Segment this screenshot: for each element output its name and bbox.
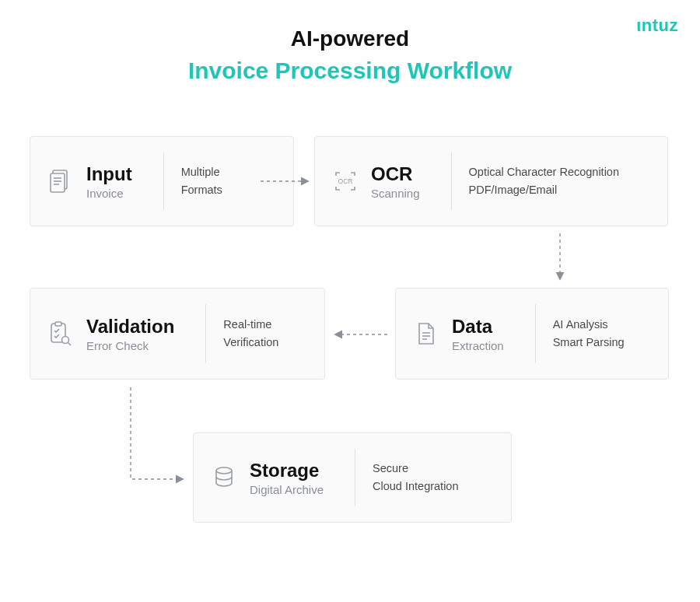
- detail-line: AI Analysis: [553, 317, 625, 333]
- step-subtitle: Error Check: [86, 339, 174, 352]
- divider: [451, 152, 452, 210]
- detail-line: Formats: [181, 182, 222, 198]
- detail-line: Multiple: [181, 164, 222, 180]
- detail-line: Verification: [223, 334, 278, 351]
- svg-point-13: [216, 467, 232, 474]
- detail-line: PDF/Image/Email: [469, 182, 619, 198]
- step-title: OCR: [371, 163, 420, 185]
- arrow-validation-to-storage: [131, 387, 182, 479]
- step-input: Input Invoice Multiple Formats: [30, 136, 294, 226]
- step-validation: Validation Error Check Real-time Verific…: [30, 288, 325, 380]
- step-title: Input: [86, 163, 132, 185]
- step-storage: Storage Digital Archive Secure Cloud Int…: [193, 432, 512, 523]
- detail-line: Secure: [373, 460, 458, 477]
- svg-line-12: [68, 343, 72, 346]
- divider: [163, 152, 164, 210]
- step-title: Data: [452, 316, 504, 338]
- step-detail: Multiple Formats: [181, 164, 222, 198]
- divider: [355, 449, 355, 506]
- svg-point-11: [62, 337, 69, 344]
- step-detail: AI Analysis Smart Parsing: [553, 317, 625, 351]
- detail-line: Optical Character Recognition: [469, 164, 619, 180]
- ocr-scan-icon: OCR: [332, 170, 359, 193]
- divider: [205, 304, 206, 363]
- step-data: Data Extraction AI Analysis Smart Parsin…: [395, 288, 669, 380]
- diagram-canvas: Input Invoice Multiple Formats OCR OCR S…: [0, 0, 700, 602]
- step-subtitle: Extraction: [452, 339, 504, 352]
- step-detail: Optical Character Recognition PDF/Image/…: [469, 164, 619, 198]
- document-icon: [47, 169, 74, 194]
- step-detail: Secure Cloud Integration: [373, 460, 458, 495]
- step-title: Storage: [250, 460, 324, 481]
- detail-line: Cloud Integration: [373, 478, 458, 495]
- checklist-search-icon: [47, 321, 74, 346]
- step-detail: Real-time Verification: [223, 317, 278, 351]
- detail-line: Smart Parsing: [553, 334, 625, 351]
- divider: [535, 304, 536, 363]
- file-lines-icon: [413, 322, 439, 345]
- step-subtitle: Invoice: [86, 187, 132, 200]
- detail-line: Real-time: [223, 317, 278, 333]
- step-title: Validation: [86, 316, 174, 338]
- step-subtitle: Digital Archive: [250, 483, 324, 496]
- database-stack-icon: [211, 466, 237, 489]
- svg-rect-1: [51, 173, 65, 192]
- svg-rect-10: [55, 322, 61, 326]
- step-ocr: OCR OCR Scanning Optical Character Recog…: [314, 136, 668, 226]
- svg-text:OCR: OCR: [338, 177, 353, 185]
- step-subtitle: Scanning: [371, 187, 420, 200]
